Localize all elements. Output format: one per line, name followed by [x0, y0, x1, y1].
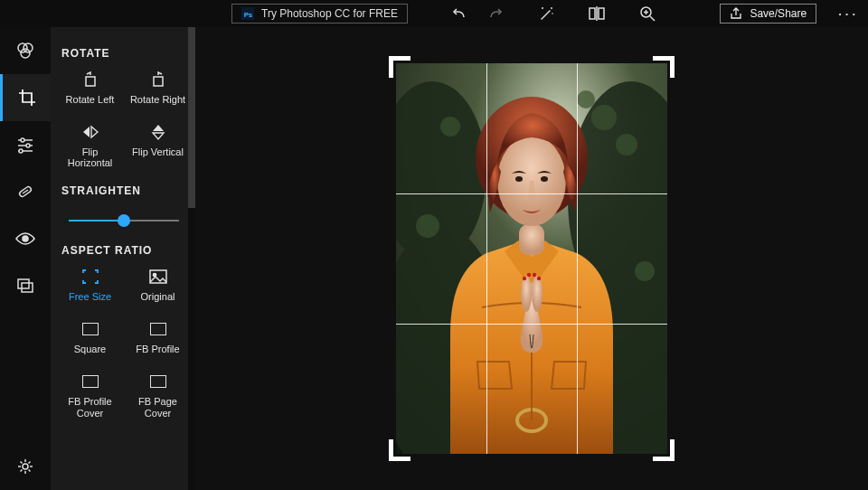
svg-point-48 — [515, 176, 523, 182]
aspect-option-icon — [148, 372, 168, 391]
svg-point-41 — [635, 261, 655, 281]
crop-handle-bottom-right[interactable] — [653, 439, 675, 461]
aspect-option-icon — [80, 320, 100, 338]
svg-point-20 — [19, 149, 23, 153]
rotate-right-icon — [148, 71, 168, 89]
flip-vertical-label: Flip Vertical — [132, 146, 184, 157]
svg-point-45 — [532, 276, 542, 312]
rotate-section-title: ROTATE — [61, 47, 188, 60]
aspect-option-icon — [80, 372, 100, 391]
rail-crop[interactable] — [0, 74, 51, 121]
svg-point-2 — [551, 7, 552, 9]
share-icon — [730, 7, 742, 20]
flip-vertical-icon — [148, 123, 168, 141]
canvas-area[interactable] — [195, 27, 868, 490]
svg-point-3 — [542, 7, 543, 9]
svg-point-4 — [552, 13, 553, 14]
photo-image — [396, 63, 667, 454]
photoshop-icon: Ps — [241, 7, 254, 20]
aspect-option-original[interactable]: Original — [127, 268, 188, 302]
svg-point-18 — [26, 144, 30, 147]
svg-rect-43 — [519, 224, 544, 255]
aspect-option-fb-profile-cover[interactable]: FB Profile Cover — [60, 372, 120, 418]
svg-point-23 — [23, 236, 28, 241]
svg-point-51 — [527, 273, 531, 277]
straighten-slider[interactable] — [69, 212, 179, 230]
svg-line-9 — [650, 16, 655, 21]
aspect-option-label: Free Size — [69, 291, 111, 302]
aspect-option-square[interactable]: Square — [60, 320, 120, 354]
crop-handle-top-left[interactable] — [389, 56, 410, 78]
rail-heal[interactable] — [0, 168, 51, 215]
aspect-option-label: FB Page Cover — [127, 396, 188, 418]
rail-filters[interactable] — [0, 27, 51, 74]
compare-button[interactable] — [581, 2, 612, 25]
svg-rect-6 — [599, 8, 604, 19]
svg-point-53 — [537, 277, 541, 280]
svg-point-26 — [23, 464, 28, 469]
aspect-option-label: FB Profile — [136, 344, 179, 354]
auto-enhance-button[interactable] — [531, 2, 561, 25]
svg-rect-28 — [154, 77, 163, 86]
aspect-option-label: Original — [141, 291, 175, 302]
rotate-left-icon — [80, 71, 100, 89]
aspect-option-fb-page-cover[interactable]: FB Page Cover — [127, 372, 188, 418]
photoshop-promo-label: Try Photoshop CC for FREE — [261, 7, 398, 20]
svg-point-49 — [541, 176, 548, 182]
rail-adjust[interactable] — [0, 121, 51, 168]
svg-point-40 — [416, 214, 439, 238]
flip-vertical-button[interactable]: Flip Vertical — [127, 123, 188, 168]
rotate-right-button[interactable]: Rotate Right — [127, 71, 188, 105]
aspect-option-icon — [80, 268, 100, 286]
svg-text:Ps: Ps — [244, 11, 253, 19]
svg-point-13 — [24, 43, 33, 52]
rail-settings[interactable] — [0, 443, 51, 490]
photoshop-promo-button[interactable]: Ps Try Photoshop CC for FREE — [231, 4, 408, 24]
top-bar: Ps Try Photoshop CC for FREE Save/Share … — [0, 0, 868, 27]
svg-point-37 — [616, 134, 637, 155]
aspect-option-free-size[interactable]: Free Size — [60, 268, 120, 302]
crop-handle-bottom-left[interactable] — [389, 439, 410, 461]
tool-rail — [0, 27, 51, 490]
svg-point-38 — [577, 90, 595, 108]
svg-rect-25 — [22, 283, 33, 292]
svg-rect-24 — [18, 279, 29, 288]
flip-horizontal-label: Flip Horizontal — [60, 146, 120, 168]
svg-point-36 — [591, 105, 617, 130]
rotate-left-label: Rotate Left — [66, 94, 115, 105]
crop-options-panel: ROTATE Rotate Left Rotate Right Flip Hor… — [51, 27, 195, 490]
rotate-left-button[interactable]: Rotate Left — [60, 71, 120, 105]
app-body: ROTATE Rotate Left Rotate Right Flip Hor… — [0, 27, 868, 490]
flip-horizontal-icon — [80, 123, 100, 141]
straighten-section-title: STRAIGHTEN — [61, 184, 188, 197]
more-menu-button[interactable]: ··· — [838, 7, 859, 21]
svg-point-14 — [21, 49, 30, 58]
rail-redeye[interactable] — [0, 215, 51, 262]
aspect-option-fb-profile[interactable]: FB Profile — [127, 320, 188, 354]
rotate-right-label: Rotate Right — [130, 94, 185, 105]
svg-point-16 — [21, 138, 24, 142]
svg-point-52 — [533, 273, 536, 277]
zoom-button[interactable] — [632, 2, 663, 25]
save-share-button[interactable]: Save/Share — [720, 4, 816, 24]
aspect-option-icon — [148, 320, 168, 338]
rail-frames[interactable] — [0, 262, 51, 309]
crop-frame[interactable] — [396, 63, 667, 454]
aspect-option-label: FB Profile Cover — [60, 396, 120, 418]
svg-rect-5 — [590, 8, 595, 19]
flip-horizontal-button[interactable]: Flip Horizontal — [60, 123, 120, 168]
aspect-option-label: Square — [74, 344, 106, 354]
svg-point-50 — [523, 277, 526, 280]
svg-point-44 — [521, 276, 532, 312]
aspect-ratio-section-title: ASPECT RATIO — [61, 244, 188, 257]
panel-scroll-thumb[interactable] — [188, 27, 195, 208]
crop-handle-top-right[interactable] — [653, 56, 675, 78]
svg-rect-27 — [86, 77, 95, 86]
redo-button[interactable] — [480, 2, 511, 25]
svg-point-39 — [440, 117, 460, 137]
aspect-option-icon — [148, 268, 168, 286]
undo-button[interactable] — [444, 2, 475, 25]
svg-rect-29 — [150, 270, 166, 283]
save-share-label: Save/Share — [750, 7, 807, 20]
